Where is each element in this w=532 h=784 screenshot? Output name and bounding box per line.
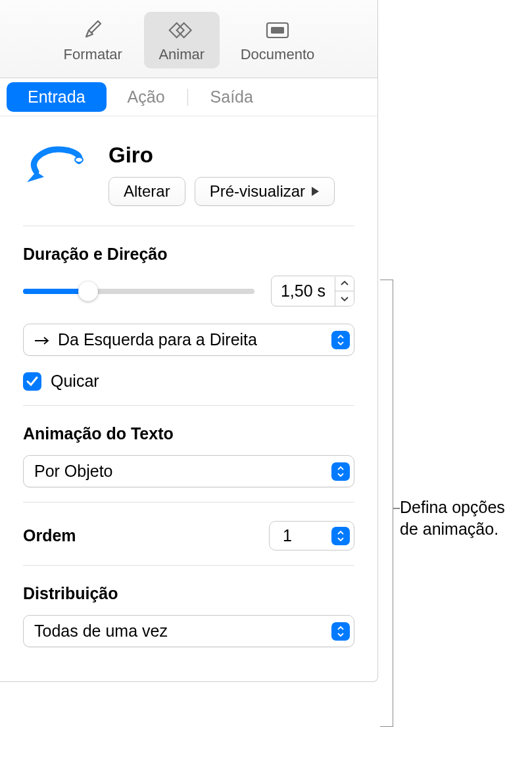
content-area: Giro Alterar Pré-visualizar: [0, 116, 377, 681]
effect-info: Giro Alterar Pré-visualizar: [109, 143, 354, 206]
order-section: Ordem 1: [23, 502, 354, 566]
callout-line: [393, 508, 400, 509]
text-animation-section: Animação do Texto Por Objeto: [23, 406, 354, 502]
toolbar-document[interactable]: Documento: [233, 12, 323, 68]
callout-text: Defina opções de animação.: [400, 497, 505, 539]
dropdown-chevrons-icon: [331, 622, 350, 641]
callout-line1: Defina opções: [400, 497, 505, 518]
direction-value: Da Esquerda para a Direita: [58, 330, 257, 349]
play-icon: [310, 182, 320, 201]
toolbar: Formatar Animar Documento: [0, 0, 377, 78]
duration-section: Duração e Direção 1,50 s: [23, 226, 354, 406]
inspector-panel: Formatar Animar Documento Entrada Ação: [0, 0, 378, 682]
text-animation-value: Por Objeto: [34, 462, 113, 481]
dropdown-chevrons-icon: [331, 527, 350, 545]
stepper-up[interactable]: [335, 277, 354, 291]
duration-input[interactable]: 1,50 s: [271, 276, 354, 306]
svg-rect-1: [271, 27, 284, 34]
duration-value[interactable]: 1,50 s: [272, 276, 335, 306]
effect-title: Giro: [109, 143, 354, 168]
change-button-label: Alterar: [124, 182, 170, 201]
toolbar-format-label: Formatar: [64, 46, 122, 63]
order-dropdown[interactable]: 1: [269, 521, 354, 551]
duration-stepper: [335, 277, 354, 306]
order-row: Ordem 1: [23, 521, 354, 551]
text-animation-dropdown[interactable]: Por Objeto: [23, 455, 354, 487]
document-icon: [263, 17, 292, 43]
bounce-checkbox[interactable]: [23, 372, 41, 391]
direction-dropdown[interactable]: Da Esquerda para a Direita: [23, 324, 354, 356]
text-animation-title: Animação do Texto: [23, 424, 354, 443]
tab-entry[interactable]: Entrada: [7, 82, 107, 112]
preview-button-label: Pré-visualizar: [210, 182, 305, 201]
dropdown-chevrons-icon: [331, 462, 350, 481]
order-value: 1: [283, 526, 292, 545]
slider-thumb[interactable]: [78, 282, 98, 301]
direction-label: Da Esquerda para a Direita: [34, 330, 257, 349]
toolbar-document-label: Documento: [241, 46, 315, 63]
duration-title: Duração e Direção: [23, 245, 354, 264]
svg-point-2: [75, 157, 83, 162]
toolbar-animate-label: Animar: [158, 46, 205, 63]
distribution-section: Distribuição Todas de uma vez: [23, 566, 354, 662]
toolbar-format[interactable]: Formatar: [55, 12, 131, 68]
tab-divider: [187, 89, 188, 106]
tab-exit[interactable]: Saída: [189, 82, 274, 112]
distribution-title: Distribuição: [23, 584, 354, 603]
animation-tabs: Entrada Ação Saída: [0, 78, 377, 116]
tab-action[interactable]: Ação: [107, 82, 186, 112]
bounce-label: Quicar: [51, 372, 99, 391]
spin-effect-icon: [23, 143, 92, 195]
effect-buttons: Alterar Pré-visualizar: [109, 177, 354, 206]
arrow-right-icon: [34, 330, 50, 349]
duration-slider[interactable]: [23, 289, 254, 294]
effect-header: Giro Alterar Pré-visualizar: [23, 116, 354, 226]
bounce-row: Quicar: [23, 372, 354, 391]
order-label: Ordem: [23, 526, 76, 545]
toolbar-animate[interactable]: Animar: [144, 12, 220, 68]
callout-bracket: [380, 280, 393, 727]
callout-line2: de animação.: [400, 518, 505, 540]
distribution-dropdown[interactable]: Todas de uma vez: [23, 615, 354, 647]
preview-button[interactable]: Pré-visualizar: [195, 177, 335, 206]
distribution-value: Todas de uma vez: [34, 622, 168, 641]
duration-row: 1,50 s: [23, 276, 354, 306]
dropdown-chevrons-icon: [331, 331, 350, 349]
paintbrush-icon: [78, 17, 107, 43]
stepper-down[interactable]: [335, 291, 354, 306]
change-button[interactable]: Alterar: [109, 177, 185, 206]
diamonds-icon: [167, 17, 196, 43]
